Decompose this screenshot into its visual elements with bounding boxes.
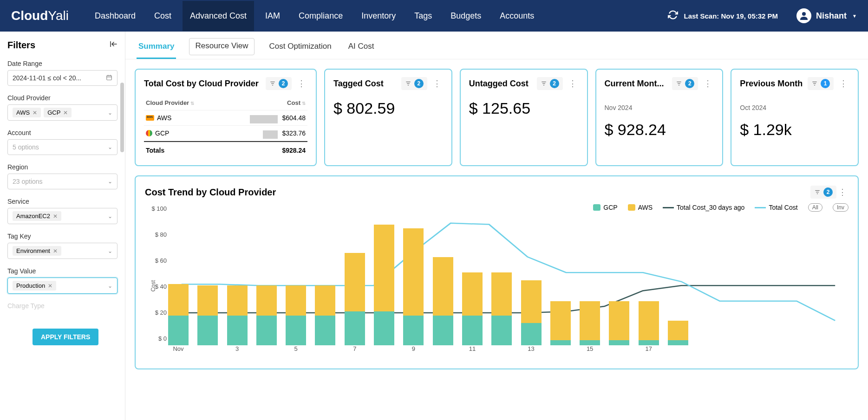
chart-bar: [315, 285, 335, 345]
tag-remove-icon[interactable]: ✕: [53, 248, 58, 254]
last-scan-text: Last Scan: Nov 19, 05:32 PM: [684, 12, 778, 20]
tag-key-label: Tag Key: [7, 233, 117, 240]
table-row: AWS $604.48: [144, 110, 307, 126]
nav-item-budgets[interactable]: Budgets: [443, 1, 489, 31]
nav-item-advanced-cost[interactable]: Advanced Cost: [183, 1, 254, 31]
chart-title: Cost Trend by Cloud Provider: [145, 187, 810, 198]
chart-bar: [521, 280, 542, 345]
card-title: Untagged Cost: [469, 79, 533, 89]
card-filter-button[interactable]: 2: [810, 186, 836, 199]
chevron-down-icon: ⌄: [108, 110, 112, 116]
table-row: GCP $323.76: [144, 126, 307, 141]
legend-inv-button[interactable]: Inv: [833, 203, 848, 212]
card-title: Previous Month: [740, 79, 804, 89]
date-range-input[interactable]: 2024-11-01 ≤ col < 20...: [7, 70, 117, 86]
nav-item-inventory[interactable]: Inventory: [354, 1, 403, 31]
filter-tag: Environment ✕: [13, 246, 61, 256]
card-menu-icon[interactable]: ⋮: [836, 187, 848, 197]
tag-remove-icon[interactable]: ✕: [48, 283, 52, 289]
account-select[interactable]: 5 options ⌄: [7, 139, 117, 155]
previous-month-sub: Oct 2024: [740, 104, 849, 111]
legend-prev[interactable]: Total Cost_30 days ago: [663, 204, 744, 211]
chart-bar: [256, 285, 277, 345]
tag-key-select[interactable]: Environment ✕ ⌄: [7, 243, 117, 259]
nav-item-compliance[interactable]: Compliance: [291, 1, 350, 31]
chevron-down-icon: ▼: [852, 13, 857, 19]
nav-item-iam[interactable]: IAM: [258, 1, 287, 31]
tag-value-label: Tag Value: [7, 267, 117, 275]
legend-aws[interactable]: AWS: [628, 204, 653, 211]
tagged-cost-value: $ 802.59: [333, 99, 443, 117]
tab-resource-view[interactable]: Resource View: [189, 38, 254, 55]
tag-remove-icon[interactable]: ✕: [53, 213, 58, 220]
svg-rect-3: [107, 75, 112, 79]
refresh-icon[interactable]: [668, 10, 678, 22]
sidebar-scrollbar[interactable]: [120, 83, 124, 152]
svg-point-0: [802, 12, 806, 16]
legend-gcp[interactable]: GCP: [593, 204, 617, 211]
chart-legend: GCP AWS Total Cost_30 days ago Total Cos…: [145, 203, 848, 212]
aws-icon: [146, 115, 154, 121]
cost-trend-chart-card: Cost Trend by Cloud Provider 2 ⋮ GCP AWS…: [135, 175, 859, 369]
tab-cost-optimization[interactable]: Cost Optimization: [268, 38, 333, 59]
card-filter-button[interactable]: 1: [808, 77, 834, 90]
chart-bar: [197, 285, 218, 345]
chevron-down-icon: ⌄: [108, 178, 112, 185]
user-menu[interactable]: Nishant ▼: [796, 8, 857, 23]
card-filter-button[interactable]: 2: [266, 77, 292, 90]
chart-bar: [374, 225, 394, 345]
apply-filters-button[interactable]: APPLY FILTERS: [33, 329, 98, 345]
service-label: Service: [7, 198, 117, 205]
app-logo[interactable]: CloudYali: [11, 8, 69, 23]
filters-title: Filters: [7, 40, 35, 51]
collapse-sidebar-icon[interactable]: [109, 40, 117, 51]
user-name: Nishant: [816, 11, 847, 21]
tag-value-select[interactable]: Production ✕ ⌄: [7, 278, 117, 294]
user-avatar-icon: [796, 8, 811, 23]
cloud-provider-select[interactable]: AWS ✕GCP ✕ ⌄: [7, 104, 117, 121]
tag-remove-icon[interactable]: ✕: [63, 110, 68, 116]
card-menu-icon[interactable]: ⋮: [837, 78, 849, 89]
chart-bar: [345, 253, 365, 345]
chart-bar: [639, 301, 659, 345]
chevron-down-icon: ⌄: [108, 248, 112, 254]
card-filter-button[interactable]: 2: [537, 77, 563, 90]
region-select[interactable]: 23 options ⌄: [7, 174, 117, 189]
date-range-label: Date Range: [7, 60, 117, 67]
cloud-provider-label: Cloud Provider: [7, 94, 117, 102]
tag-remove-icon[interactable]: ✕: [33, 110, 37, 116]
service-select[interactable]: AmazonEC2 ✕ ⌄: [7, 208, 117, 224]
card-filter-button[interactable]: 2: [672, 77, 698, 90]
card-title: Current Mont...: [605, 79, 669, 89]
gcp-icon: [146, 130, 152, 136]
previous-month-value: $ 1.29k: [740, 121, 849, 139]
chevron-down-icon: ⌄: [108, 213, 112, 220]
card-menu-icon[interactable]: ⋮: [702, 78, 714, 89]
card-menu-icon[interactable]: ⋮: [295, 78, 307, 89]
nav-item-dashboard[interactable]: Dashboard: [87, 1, 143, 31]
chart-bar: [433, 257, 453, 345]
legend-all-button[interactable]: All: [808, 203, 822, 212]
tagged-cost-card: Tagged Cost 2 ⋮ $ 802.59: [324, 69, 452, 166]
card-menu-icon[interactable]: ⋮: [431, 78, 443, 89]
nav-item-cost[interactable]: Cost: [147, 1, 179, 31]
filter-tag: GCP ✕: [44, 108, 72, 117]
card-filter-button[interactable]: 2: [401, 77, 427, 90]
tab-ai-cost[interactable]: AI Cost: [346, 38, 376, 59]
filter-tag: AWS ✕: [13, 108, 41, 117]
nav-item-accounts[interactable]: Accounts: [492, 1, 542, 31]
chart-plot-area: Cost $ 0$ 20$ 40$ 60$ 80$ 100: [168, 215, 848, 359]
tab-summary[interactable]: Summary: [137, 38, 176, 59]
current-month-sub: Nov 2024: [605, 104, 714, 111]
chart-bar: [286, 285, 306, 345]
card-menu-icon[interactable]: ⋮: [567, 78, 579, 89]
current-month-value: $ 928.24: [605, 121, 714, 139]
chart-bar: [462, 272, 483, 345]
legend-total[interactable]: Total Cost: [755, 204, 797, 211]
nav-item-tags[interactable]: Tags: [407, 1, 439, 31]
chevron-down-icon: ⌄: [108, 283, 112, 289]
chart-bar: [491, 272, 512, 345]
filter-tag: AmazonEC2 ✕: [13, 211, 61, 221]
previous-month-card: Previous Month 1 ⋮ Oct 2024 $ 1.29k: [731, 69, 859, 166]
filters-sidebar: Filters Date Range 2024-11-01 ≤ col < 20…: [0, 32, 125, 420]
